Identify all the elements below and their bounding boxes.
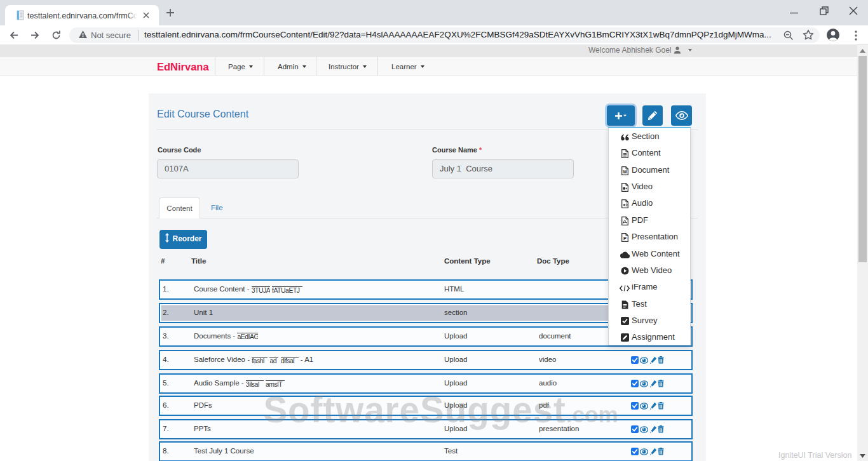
svg-text:P: P [623, 236, 627, 241]
svg-text:W: W [623, 170, 627, 174]
